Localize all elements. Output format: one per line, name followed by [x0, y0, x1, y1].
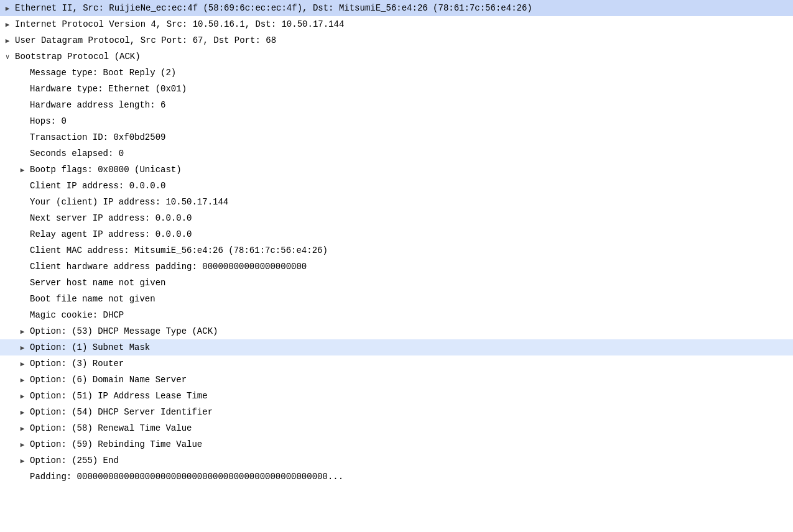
tree-row[interactable]: ▶Option: (6) Domain Name Server [0, 372, 793, 388]
row-label-hops: Hops: 0 [30, 116, 67, 126]
row-label-client-mac: Client MAC address: MitsumiE_56:e4:26 (7… [30, 245, 328, 255]
tree-row[interactable]: Relay agent IP address: 0.0.0.0 [0, 226, 793, 242]
row-label-bootstrap: Bootstrap Protocol (ACK) [15, 52, 141, 62]
tree-row[interactable]: ▶Option: (51) IP Address Lease Time [0, 388, 793, 404]
row-label-hardware-type: Hardware type: Ethernet (0x01) [30, 84, 187, 94]
expand-icon[interactable]: ▶ [17, 375, 27, 385]
expand-icon[interactable]: ▶ [2, 35, 12, 45]
row-label-option-59: Option: (59) Rebinding Time Value [30, 439, 202, 449]
expand-icon[interactable]: ▶ [17, 439, 27, 449]
tree-row[interactable]: Hardware type: Ethernet (0x01) [0, 81, 793, 97]
row-label-option-6: Option: (6) Domain Name Server [30, 375, 187, 385]
tree-row[interactable]: ▶Option: (255) End [0, 452, 793, 469]
row-label-boot-file-name: Boot file name not given [30, 294, 155, 304]
tree-row[interactable]: Transaction ID: 0xf0bd2509 [0, 129, 793, 145]
expand-icon[interactable]: ▶ [17, 342, 27, 352]
expand-icon[interactable]: ▶ [2, 3, 12, 13]
row-label-ethernet-ii: Ethernet II, Src: RuijieNe_ec:ec:4f (58:… [15, 3, 532, 13]
row-label-next-server-ip: Next server IP address: 0.0.0.0 [30, 213, 192, 223]
row-label-hw-addr-len: Hardware address length: 6 [30, 100, 165, 110]
tree-row[interactable]: ∨Bootstrap Protocol (ACK) [0, 48, 793, 65]
packet-tree: ▶Ethernet II, Src: RuijieNe_ec:ec:4f (58… [0, 0, 793, 485]
tree-row[interactable]: Seconds elapsed: 0 [0, 145, 793, 162]
row-label-udp: User Datagram Protocol, Src Port: 67, Ds… [15, 35, 276, 45]
tree-row[interactable]: ▶Bootp flags: 0x0000 (Unicast) [0, 162, 793, 178]
row-label-transaction-id: Transaction ID: 0xf0bd2509 [30, 132, 165, 142]
tree-row[interactable]: Padding: 0000000000000000000000000000000… [0, 469, 793, 485]
row-label-padding: Padding: 0000000000000000000000000000000… [30, 472, 343, 482]
tree-row[interactable]: ▶Option: (53) DHCP Message Type (ACK) [0, 323, 793, 339]
row-label-option-3: Option: (3) Router [30, 359, 124, 369]
tree-row[interactable]: ▶Option: (54) DHCP Server Identifier [0, 404, 793, 420]
row-label-client-ip: Client IP address: 0.0.0.0 [30, 181, 165, 191]
tree-row[interactable]: Next server IP address: 0.0.0.0 [0, 210, 793, 226]
tree-row[interactable]: ▶Option: (3) Router [0, 355, 793, 372]
expand-icon[interactable]: ▶ [17, 165, 27, 175]
row-label-message-type: Message type: Boot Reply (2) [30, 68, 176, 78]
tree-row[interactable]: ▶Option: (59) Rebinding Time Value [0, 436, 793, 452]
row-label-magic-cookie: Magic cookie: DHCP [30, 310, 124, 320]
tree-row[interactable]: ▶Option: (58) Renewal Time Value [0, 420, 793, 436]
row-label-option-58: Option: (58) Renewal Time Value [30, 423, 192, 433]
tree-row[interactable]: Hops: 0 [0, 113, 793, 129]
row-label-bootp-flags: Bootp flags: 0x0000 (Unicast) [30, 165, 182, 175]
tree-row[interactable]: ▶Ethernet II, Src: RuijieNe_ec:ec:4f (58… [0, 0, 793, 16]
row-label-ipv4: Internet Protocol Version 4, Src: 10.50.… [15, 19, 344, 29]
expand-icon[interactable]: ▶ [17, 326, 27, 336]
tree-row[interactable]: Hardware address length: 6 [0, 97, 793, 113]
expand-icon[interactable]: ▶ [17, 456, 27, 466]
tree-row[interactable]: Magic cookie: DHCP [0, 307, 793, 323]
tree-row[interactable]: ▶Internet Protocol Version 4, Src: 10.50… [0, 16, 793, 32]
row-label-option-255: Option: (255) End [30, 456, 119, 466]
tree-row[interactable]: ▶Option: (1) Subnet Mask [0, 339, 793, 355]
tree-row[interactable]: Server host name not given [0, 275, 793, 291]
tree-row[interactable]: Client IP address: 0.0.0.0 [0, 178, 793, 194]
row-label-option-53: Option: (53) DHCP Message Type (ACK) [30, 326, 218, 336]
tree-row[interactable]: Boot file name not given [0, 291, 793, 307]
row-label-server-host-name: Server host name not given [30, 278, 165, 288]
tree-row[interactable]: Client MAC address: MitsumiE_56:e4:26 (7… [0, 242, 793, 259]
expand-icon[interactable]: ▶ [17, 359, 27, 369]
tree-row[interactable]: Your (client) IP address: 10.50.17.144 [0, 194, 793, 210]
row-label-option-1: Option: (1) Subnet Mask [30, 342, 150, 352]
row-label-your-ip: Your (client) IP address: 10.50.17.144 [30, 197, 228, 207]
tree-row[interactable]: Message type: Boot Reply (2) [0, 65, 793, 81]
tree-row[interactable]: Client hardware address padding: 0000000… [0, 259, 793, 275]
expand-icon[interactable]: ▶ [17, 423, 27, 433]
row-label-client-hw-padding: Client hardware address padding: 0000000… [30, 262, 307, 272]
collapse-icon[interactable]: ∨ [2, 52, 12, 62]
expand-icon[interactable]: ▶ [2, 19, 12, 29]
expand-icon[interactable]: ▶ [17, 407, 27, 417]
row-label-seconds-elapsed: Seconds elapsed: 0 [30, 149, 124, 158]
tree-row[interactable]: ▶User Datagram Protocol, Src Port: 67, D… [0, 32, 793, 48]
row-label-relay-agent-ip: Relay agent IP address: 0.0.0.0 [30, 229, 192, 239]
expand-icon[interactable]: ▶ [17, 391, 27, 401]
row-label-option-51: Option: (51) IP Address Lease Time [30, 391, 208, 401]
row-label-option-54: Option: (54) DHCP Server Identifier [30, 407, 213, 417]
